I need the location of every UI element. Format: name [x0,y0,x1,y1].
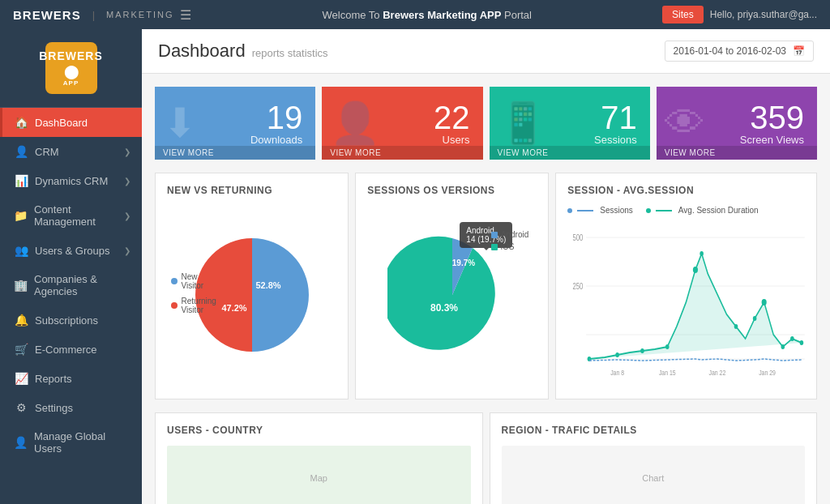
nav-right-area: Sites Hello, priya.suthar@ga... [662,6,817,23]
region-traffic-title: REGION - TRAFIC DETAILS [502,425,806,436]
stat-card-sessions[interactable]: 📱 71 Sessions VIEW MORE [490,87,650,160]
chart-sessions-os: SESSIONS OS VERSIONS Android14 (19.7%) A… [355,173,549,399]
calendar-icon: 📅 [793,45,805,57]
sidebar-item-dynamics-crm[interactable]: 📊 Dynamics CRM ❯ [0,166,142,195]
sidebar-label-manage-users: Manage Global Users [34,430,130,455]
content-header: Dashboard reports statistics 2016-01-04 … [142,29,830,74]
chart-new-vs-returning: NEW VS RETURNING NewVisitor ReturningVis… [155,173,349,399]
sidebar-inner-settings: ⚙ Settings [14,401,73,414]
bottom-charts-row: USERS - COUNTRY Map REGION - TRAFIC DETA… [142,412,830,504]
map-placeholder: Map [167,446,471,504]
sidebar-item-users-groups[interactable]: 👥 Users & Groups ❯ [0,236,142,265]
sidebar-item-ecommerce[interactable]: 🛒 E-Commerce [0,335,142,364]
os-dot-ios [491,244,498,250]
sidebar-label-companies: Companies & Agencies [34,273,130,297]
stat-bg-icon-users: 👤 [330,100,380,147]
date-range-picker[interactable]: 2016-01-04 to 2016-02-03 📅 [665,41,814,62]
page-title: Dashboard [158,41,246,62]
sidebar-inner-reports: 📈 Reports [14,372,72,385]
stat-view-more-screen-views[interactable]: VIEW MORE [657,146,817,160]
sidebar-label-ecommerce: E-Commerce [35,344,97,356]
sidebar-icon-subscriptions: 🔔 [14,314,28,327]
stat-card-downloads[interactable]: ⬇ 19 Downloads VIEW MORE [155,87,315,160]
sites-button[interactable]: Sites [662,6,704,23]
svg-point-22 [753,316,757,321]
sessions-pie-container: Android14 (19.7%) Android iOS [367,206,537,384]
sidebar-label-crm: CRM [35,146,59,158]
sidebar-item-manage-users[interactable]: 👤 Manage Global Users [0,422,142,463]
pie-legend-nvr: NewVisitor ReturningVisitor [171,272,216,318]
os-legend-android: Android [491,230,528,239]
charts-row: NEW VS RETURNING NewVisitor ReturningVis… [142,160,830,412]
svg-text:500: 500 [573,233,584,242]
chevron-icon-crm: ❯ [124,147,130,156]
page-title-area: Dashboard reports statistics [158,41,328,62]
stat-label-downloads: Downloads [250,134,302,146]
line-chart-avg-session: 500 250 Jan 8 Jan 15 Jan 22 Jan 29 [567,221,805,383]
stat-number-downloads: 19 [267,101,303,134]
os-legend: Android iOS [491,230,528,254]
stat-view-more-users[interactable]: VIEW MORE [322,146,482,160]
user-info-label: Hello, priya.suthar@ga... [710,9,817,20]
brand-separator: | [92,9,95,21]
date-range-text: 2016-01-04 to 2016-02-03 [674,45,786,57]
chart-os-title: SESSIONS OS VERSIONS [367,185,537,196]
sidebar-label-reports: Reports [35,373,72,385]
sidebar-inner-dashboard: 🏠 DashBoard [14,116,88,129]
stat-card-users[interactable]: 👤 22 Users VIEW MORE [322,87,482,160]
chart-nvr-title: NEW VS RETURNING [167,185,336,196]
legend-dot-sessions [567,208,572,213]
svg-point-21 [734,324,738,329]
svg-text:52.8%: 52.8% [255,280,280,290]
brand-name: BREWERS [13,8,81,22]
sidebar-inner-content: 📁 Content Management [14,203,124,228]
sidebar-icon-companies: 🏢 [14,279,28,292]
sidebar-icon-ecommerce: 🛒 [14,343,28,356]
sidebar-logo: BREWERS ⬤ APP [0,29,142,108]
traffic-placeholder: Chart [502,446,806,504]
stat-number-users: 22 [434,101,470,134]
main-content: Dashboard reports statistics 2016-01-04 … [142,29,830,504]
sidebar-inner-subscriptions: 🔔 Subscriptions [14,314,98,327]
sidebar-label-settings: Settings [35,402,73,414]
svg-point-25 [790,336,794,341]
sidebar-item-dashboard[interactable]: 🏠 DashBoard [0,108,142,137]
page-subtitle: reports statistics [252,47,328,59]
stat-card-screen-views[interactable]: 👁 359 Screen Views VIEW MORE [657,87,817,160]
legend-dot-new [171,278,178,284]
sidebar-label-subscriptions: Subscriptions [35,314,98,327]
sidebar-inner-manage-users: 👤 Manage Global Users [14,430,130,455]
sidebar-item-companies[interactable]: 🏢 Companies & Agencies [0,265,142,305]
sidebar-label-dynamics-crm: Dynamics CRM [35,175,108,187]
stats-row: ⬇ 19 Downloads VIEW MORE 👤 22 Users VIEW… [142,74,830,160]
chevron-icon-dynamics-crm: ❯ [124,177,130,186]
stat-label-screen-views: Screen Views [740,134,804,146]
stat-label-users: Users [443,134,470,146]
chart-avg-session: SESSION - AVG.SESSION Sessions Avg. Sess… [555,173,817,399]
stat-label-sessions: Sessions [594,134,637,146]
svg-text:Jan 15: Jan 15 [659,369,676,377]
svg-text:Jan 22: Jan 22 [709,369,726,377]
sidebar-item-content[interactable]: 📁 Content Management ❯ [0,195,142,236]
sidebar-item-reports[interactable]: 📈 Reports [0,364,142,393]
stat-number-screen-views: 359 [750,101,804,134]
sidebar-inner-dynamics-crm: 📊 Dynamics CRM [14,174,108,187]
chart-avg-title: SESSION - AVG.SESSION [567,185,805,196]
sidebar-icon-dynamics-crm: 📊 [14,174,28,187]
stat-bg-icon-sessions: 📱 [498,100,548,147]
logo-top-text: BREWERS [39,49,103,62]
app-layout: BREWERS ⬤ APP 🏠 DashBoard 👤 CRM ❯ 📊 Dyna… [0,29,830,504]
nav-brand-area: BREWERS | MARKETING ☰ [13,7,191,23]
sidebar-icon-dashboard: 🏠 [14,116,28,129]
chevron-icon-content: ❯ [124,211,130,220]
sidebar-item-crm[interactable]: 👤 CRM ❯ [0,137,142,166]
top-navigation: BREWERS | MARKETING ☰ Welcome To Brewers… [0,0,830,29]
stat-view-more-downloads[interactable]: VIEW MORE [155,146,315,160]
hamburger-icon[interactable]: ☰ [180,7,191,23]
svg-point-18 [665,344,670,349]
sidebar-item-subscriptions[interactable]: 🔔 Subscriptions [0,305,142,335]
sidebar-icon-reports: 📈 [14,372,28,385]
stat-view-more-sessions[interactable]: VIEW MORE [490,146,650,160]
sidebar-item-settings[interactable]: ⚙ Settings [0,393,142,422]
svg-point-24 [781,344,785,349]
